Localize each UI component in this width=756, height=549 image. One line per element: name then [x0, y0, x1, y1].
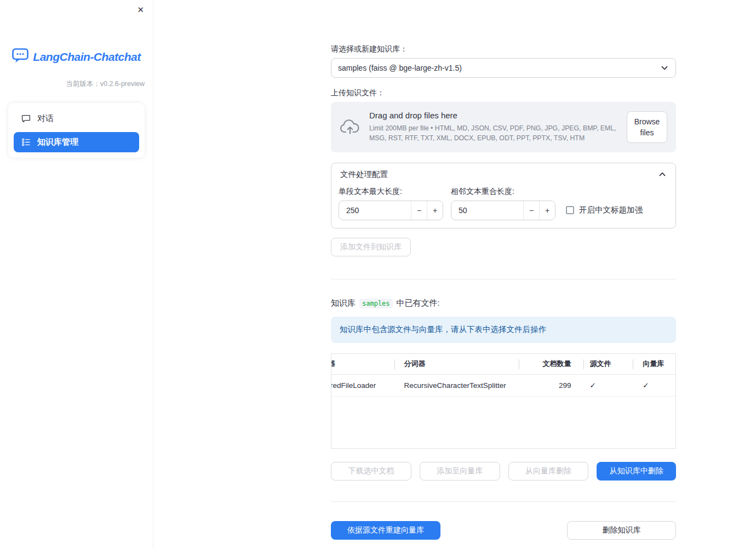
kb-selectbox[interactable]: samples (faiss @ bge-large-zh-v1.5): [331, 58, 676, 78]
overlap-size-group: 相邻文本重合长度: 50 − +: [451, 187, 555, 221]
cell-vector-check: ✓: [633, 375, 675, 396]
cell-source-check: ✓: [583, 375, 633, 396]
cell-value: redFileLoader: [331, 381, 376, 390]
add-files-to-kb-button[interactable]: 添加文件到知识库: [331, 238, 411, 256]
zh-title-enhance-option[interactable]: 开启中文标题加强: [566, 205, 643, 215]
list-icon: [21, 138, 31, 147]
dropzone-text: Drag and drop files here Limit 200MB per…: [369, 111, 618, 144]
existing-files-heading: 知识库 samples 中已有文件:: [331, 298, 676, 308]
zh-title-enhance-label: 开启中文标题加强: [579, 205, 643, 215]
kb-selected-value: samples (faiss @ bge-large-zh-v1.5): [338, 64, 462, 72]
chevron-up-icon: [658, 170, 667, 179]
logo-text: LangChain-Chatchat: [33, 50, 140, 64]
rebuild-vectorstore-button[interactable]: 依据源文件重建向量库: [331, 521, 440, 540]
cell-loader: redFileLoader: [331, 375, 394, 396]
chunk-size-value[interactable]: 250: [339, 201, 411, 220]
kb-name-code: samples: [359, 299, 393, 308]
chunk-size-increment-button[interactable]: +: [427, 201, 443, 220]
chunk-size-decrement-button[interactable]: −: [411, 201, 427, 220]
overlap-size-increment-button[interactable]: +: [539, 201, 555, 220]
row-actions: 下载选中文档 添加至向量库 从向量库删除 从知识库中删除: [331, 462, 676, 481]
cell-doc-count: 299: [519, 375, 583, 396]
sidebar: ✕ LangChain-Chatchat 当前版本：v0.2.6-preview: [0, 0, 153, 549]
upload-label: 上传知识文件：: [331, 88, 676, 98]
divider: [331, 279, 676, 279]
dropzone-subtitle: Limit 200MB per file • HTML, MD, JSON, C…: [369, 123, 618, 144]
sidebar-item-kb-management[interactable]: 知识库管理: [14, 132, 139, 152]
cell-value: RecursiveCharacterTextSplitter: [404, 381, 506, 390]
column-header-label: 向量库: [643, 359, 664, 369]
delete-from-kb-button[interactable]: 从知识库中删除: [597, 462, 676, 481]
chat-bubble-icon: [21, 114, 31, 123]
main-content: 请选择或新建知识库： samples (faiss @ bge-large-zh…: [153, 0, 756, 549]
table-row[interactable]: redFileLoader RecursiveCharacterTextSpli…: [331, 375, 675, 397]
column-header-label: 分词器: [404, 359, 426, 369]
delete-from-vectorstore-button[interactable]: 从向量库删除: [508, 462, 589, 481]
column-header-label: 器: [331, 359, 335, 369]
column-header-source-file[interactable]: 源文件: [583, 354, 633, 374]
table-header-row: 器 分词器 文档数量 源文件 向量库: [331, 354, 675, 375]
column-header-loader[interactable]: 器: [331, 354, 394, 374]
close-icon: ✕: [137, 5, 144, 14]
check-mark: ✓: [590, 381, 596, 390]
cloud-upload-icon: [340, 119, 360, 135]
sidebar-item-dialogue[interactable]: 对话: [14, 108, 139, 129]
heading-prefix: 知识库: [331, 298, 356, 308]
overlap-size-label: 相邻文本重合长度:: [451, 187, 555, 197]
column-header-vector-store[interactable]: 向量库: [633, 354, 675, 374]
checkbox-unchecked[interactable]: [566, 206, 574, 214]
sidebar-collapse-button[interactable]: ✕: [135, 3, 146, 16]
sidebar-menu: 对话 知识库管理: [8, 103, 145, 158]
column-header-doc-count[interactable]: 文档数量: [519, 354, 583, 374]
check-mark: ✓: [643, 381, 649, 390]
files-dataframe[interactable]: 器 分词器 文档数量 源文件 向量库: [331, 353, 676, 449]
column-header-label: 源文件: [590, 359, 611, 369]
file-dropzone[interactable]: Drag and drop files here Limit 200MB per…: [331, 102, 676, 152]
column-header-label: 文档数量: [543, 359, 571, 369]
chat-logo-icon: [12, 48, 28, 65]
kb-select-label: 请选择或新建知识库：: [331, 44, 676, 54]
download-selected-button[interactable]: 下载选中文档: [331, 462, 411, 481]
overlap-size-input[interactable]: 50 − +: [451, 201, 555, 220]
delete-kb-button[interactable]: 删除知识库: [567, 521, 676, 540]
divider: [331, 501, 676, 502]
content-column: 请选择或新建知识库： samples (faiss @ bge-large-zh…: [331, 0, 676, 540]
version-label: 当前版本：v0.2.6-preview: [0, 79, 153, 89]
chunk-size-input[interactable]: 250 − +: [339, 201, 443, 220]
info-alert-text: 知识库中包含源文件与向量库，请从下表中选择文件后操作: [340, 325, 546, 334]
overlap-size-value[interactable]: 50: [451, 201, 523, 220]
sidebar-item-label: 对话: [37, 113, 54, 124]
logo: LangChain-Chatchat: [0, 48, 153, 65]
sidebar-item-label: 知识库管理: [37, 137, 78, 147]
expander-body: 单段文本最大长度: 250 − + 相邻文本重合长度: 50 − +: [331, 186, 675, 228]
expander-header[interactable]: 文件处理配置: [331, 163, 675, 186]
cell-value: 299: [559, 381, 571, 390]
info-alert: 知识库中包含源文件与向量库，请从下表中选择文件后操作: [331, 317, 676, 342]
chevron-down-icon: [660, 64, 669, 72]
add-to-vectorstore-button[interactable]: 添加至向量库: [420, 462, 500, 481]
column-header-splitter[interactable]: 分词器: [394, 354, 519, 374]
chunk-size-group: 单段文本最大长度: 250 − +: [339, 187, 443, 221]
dropzone-title: Drag and drop files here: [369, 111, 618, 120]
file-config-expander: 文件处理配置 单段文本最大长度: 250 − +: [331, 163, 676, 229]
overlap-size-decrement-button[interactable]: −: [523, 201, 539, 220]
bottom-actions: 依据源文件重建向量库 删除知识库: [331, 521, 676, 540]
cell-splitter: RecursiveCharacterTextSplitter: [394, 375, 519, 396]
expander-title: 文件处理配置: [340, 169, 388, 180]
browse-files-button[interactable]: Browse files: [627, 111, 667, 144]
chunk-size-label: 单段文本最大长度:: [339, 187, 443, 197]
heading-suffix: 中已有文件:: [397, 298, 440, 308]
